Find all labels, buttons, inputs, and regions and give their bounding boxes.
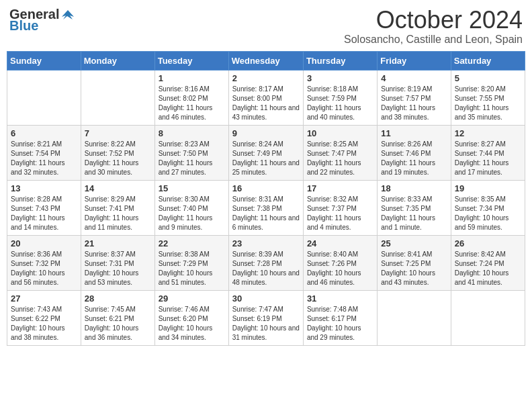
calendar-cell: 28 Sunrise: 7:45 AMSunset: 6:21 PMDaylig…: [81, 290, 154, 345]
calendar-cell: 9 Sunrise: 8:24 AMSunset: 7:49 PMDayligh…: [228, 125, 303, 180]
day-number: 22: [159, 238, 225, 248]
calendar-cell: 1 Sunrise: 8:16 AMSunset: 8:02 PMDayligh…: [154, 70, 228, 125]
weekday-header-wednesday: Wednesday: [228, 51, 303, 70]
day-number: 19: [455, 183, 521, 193]
calendar-cell: 11 Sunrise: 8:26 AMSunset: 7:46 PMDaylig…: [378, 125, 451, 180]
day-number: 12: [455, 128, 521, 138]
day-detail: Sunrise: 8:40 AMSunset: 7:26 PMDaylight:…: [307, 250, 361, 286]
calendar-cell: 5 Sunrise: 8:20 AMSunset: 7:55 PMDayligh…: [451, 70, 525, 125]
day-number: 20: [11, 238, 77, 248]
day-detail: Sunrise: 8:38 AMSunset: 7:29 PMDaylight:…: [159, 250, 213, 286]
day-detail: Sunrise: 8:33 AMSunset: 7:35 PMDaylight:…: [381, 195, 435, 231]
calendar-cell: 24 Sunrise: 8:40 AMSunset: 7:26 PMDaylig…: [303, 235, 377, 290]
calendar-cell: 25 Sunrise: 8:41 AMSunset: 7:25 PMDaylig…: [378, 235, 451, 290]
day-number: 14: [85, 183, 151, 193]
calendar-cell: [81, 70, 154, 125]
calendar-week-row: 27 Sunrise: 7:43 AMSunset: 6:22 PMDaylig…: [7, 290, 525, 345]
day-detail: Sunrise: 7:46 AMSunset: 6:20 PMDaylight:…: [159, 306, 213, 341]
day-detail: Sunrise: 8:27 AMSunset: 7:44 PMDaylight:…: [455, 140, 509, 176]
calendar-week-row: 1 Sunrise: 8:16 AMSunset: 8:02 PMDayligh…: [7, 70, 525, 125]
calendar-cell: 4 Sunrise: 8:19 AMSunset: 7:57 PMDayligh…: [378, 70, 451, 125]
calendar-cell: 2 Sunrise: 8:17 AMSunset: 8:00 PMDayligh…: [228, 70, 303, 125]
calendar-cell: 6 Sunrise: 8:21 AMSunset: 7:54 PMDayligh…: [7, 125, 81, 180]
day-detail: Sunrise: 8:36 AMSunset: 7:32 PMDaylight:…: [11, 250, 65, 286]
day-detail: Sunrise: 8:32 AMSunset: 7:37 PMDaylight:…: [307, 195, 361, 231]
weekday-header-thursday: Thursday: [303, 51, 377, 70]
calendar-cell: 30 Sunrise: 7:47 AMSunset: 6:19 PMDaylig…: [228, 290, 303, 345]
day-number: 13: [11, 183, 77, 193]
day-detail: Sunrise: 8:21 AMSunset: 7:54 PMDaylight:…: [11, 140, 65, 176]
day-number: 6: [11, 128, 77, 138]
day-number: 31: [307, 293, 373, 304]
day-detail: Sunrise: 7:43 AMSunset: 6:22 PMDaylight:…: [11, 306, 65, 341]
day-detail: Sunrise: 7:47 AMSunset: 6:19 PMDaylight:…: [232, 306, 300, 341]
day-number: 7: [85, 128, 151, 138]
day-detail: Sunrise: 8:31 AMSunset: 7:38 PMDaylight:…: [232, 195, 300, 231]
day-number: 10: [307, 128, 373, 138]
day-number: 15: [159, 183, 225, 193]
day-detail: Sunrise: 8:22 AMSunset: 7:52 PMDaylight:…: [85, 140, 139, 176]
day-number: 16: [232, 183, 300, 193]
day-detail: Sunrise: 7:48 AMSunset: 6:17 PMDaylight:…: [307, 306, 361, 341]
day-number: 17: [307, 183, 373, 193]
day-detail: Sunrise: 8:37 AMSunset: 7:31 PMDaylight:…: [85, 250, 139, 286]
calendar-cell: 21 Sunrise: 8:37 AMSunset: 7:31 PMDaylig…: [81, 235, 154, 290]
day-detail: Sunrise: 8:35 AMSunset: 7:34 PMDaylight:…: [455, 195, 509, 231]
svg-marker-0: [62, 10, 74, 19]
day-detail: Sunrise: 8:17 AMSunset: 8:00 PMDaylight:…: [232, 85, 300, 121]
calendar-cell: 15 Sunrise: 8:30 AMSunset: 7:40 PMDaylig…: [154, 180, 228, 235]
day-detail: Sunrise: 8:41 AMSunset: 7:25 PMDaylight:…: [381, 250, 435, 286]
calendar-cell: 10 Sunrise: 8:25 AMSunset: 7:47 PMDaylig…: [303, 125, 377, 180]
weekday-header-row: SundayMondayTuesdayWednesdayThursdayFrid…: [7, 51, 525, 70]
day-detail: Sunrise: 8:16 AMSunset: 8:02 PMDaylight:…: [159, 85, 213, 121]
calendar-cell: 7 Sunrise: 8:22 AMSunset: 7:52 PMDayligh…: [81, 125, 154, 180]
day-detail: Sunrise: 8:30 AMSunset: 7:40 PMDaylight:…: [159, 195, 213, 231]
day-detail: Sunrise: 8:24 AMSunset: 7:49 PMDaylight:…: [232, 140, 300, 176]
calendar-cell: 20 Sunrise: 8:36 AMSunset: 7:32 PMDaylig…: [7, 235, 81, 290]
calendar-cell: 23 Sunrise: 8:39 AMSunset: 7:28 PMDaylig…: [228, 235, 303, 290]
day-detail: Sunrise: 8:18 AMSunset: 7:59 PMDaylight:…: [307, 85, 361, 121]
logo: General Blue: [9, 7, 75, 34]
calendar-cell: [451, 290, 525, 345]
weekday-header-monday: Monday: [81, 51, 154, 70]
calendar-cell: [7, 70, 81, 125]
calendar-week-row: 6 Sunrise: 8:21 AMSunset: 7:54 PMDayligh…: [7, 125, 525, 180]
day-detail: Sunrise: 8:19 AMSunset: 7:57 PMDaylight:…: [381, 85, 435, 121]
day-number: 4: [381, 73, 447, 83]
day-number: 2: [232, 73, 300, 83]
day-number: 24: [307, 238, 373, 248]
day-detail: Sunrise: 8:28 AMSunset: 7:43 PMDaylight:…: [11, 195, 65, 231]
location-title: Solosancho, Castille and Leon, Spain: [344, 34, 523, 46]
weekday-header-saturday: Saturday: [451, 51, 525, 70]
calendar-cell: 14 Sunrise: 8:29 AMSunset: 7:41 PMDaylig…: [81, 180, 154, 235]
day-detail: Sunrise: 8:23 AMSunset: 7:50 PMDaylight:…: [159, 140, 213, 176]
calendar-cell: 16 Sunrise: 8:31 AMSunset: 7:38 PMDaylig…: [228, 180, 303, 235]
calendar-cell: 27 Sunrise: 7:43 AMSunset: 6:22 PMDaylig…: [7, 290, 81, 345]
day-number: 21: [85, 238, 151, 248]
weekday-header-sunday: Sunday: [7, 51, 81, 70]
day-detail: Sunrise: 8:26 AMSunset: 7:46 PMDaylight:…: [381, 140, 435, 176]
calendar-cell: 17 Sunrise: 8:32 AMSunset: 7:37 PMDaylig…: [303, 180, 377, 235]
calendar-cell: 18 Sunrise: 8:33 AMSunset: 7:35 PMDaylig…: [378, 180, 451, 235]
logo-blue-text: Blue: [9, 18, 38, 34]
calendar-cell: 19 Sunrise: 8:35 AMSunset: 7:34 PMDaylig…: [451, 180, 525, 235]
day-detail: Sunrise: 8:20 AMSunset: 7:55 PMDaylight:…: [455, 85, 509, 121]
calendar-cell: 8 Sunrise: 8:23 AMSunset: 7:50 PMDayligh…: [154, 125, 228, 180]
day-detail: Sunrise: 8:29 AMSunset: 7:41 PMDaylight:…: [85, 195, 139, 231]
calendar-cell: [378, 290, 451, 345]
day-number: 5: [455, 73, 521, 83]
day-number: 29: [159, 293, 225, 304]
calendar-cell: 13 Sunrise: 8:28 AMSunset: 7:43 PMDaylig…: [7, 180, 81, 235]
day-number: 18: [381, 183, 447, 193]
day-detail: Sunrise: 8:39 AMSunset: 7:28 PMDaylight:…: [232, 250, 300, 286]
day-number: 23: [232, 238, 300, 248]
calendar-cell: 31 Sunrise: 7:48 AMSunset: 6:17 PMDaylig…: [303, 290, 377, 345]
day-number: 1: [159, 73, 225, 83]
day-number: 8: [159, 128, 225, 138]
weekday-header-friday: Friday: [378, 51, 451, 70]
day-detail: Sunrise: 8:25 AMSunset: 7:47 PMDaylight:…: [307, 140, 361, 176]
calendar-cell: 26 Sunrise: 8:42 AMSunset: 7:24 PMDaylig…: [451, 235, 525, 290]
month-title: October 2024: [344, 7, 523, 34]
calendar-cell: 29 Sunrise: 7:46 AMSunset: 6:20 PMDaylig…: [154, 290, 228, 345]
day-number: 26: [455, 238, 521, 248]
